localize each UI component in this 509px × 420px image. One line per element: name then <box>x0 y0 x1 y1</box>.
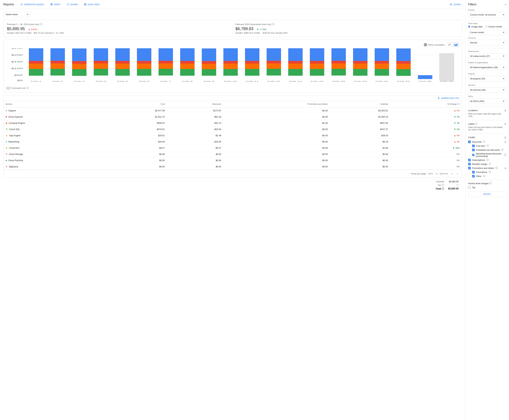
svg-point-5 <box>68 3 69 4</box>
svg-rect-121 <box>438 99 440 99</box>
promotions-others-collapse-icon[interactable]: ∧ <box>505 167 506 169</box>
credits-chevron-icon: ∧ <box>504 136 506 139</box>
reset-button[interactable]: RESET <box>468 191 506 197</box>
actual-cost-info-icon[interactable]: ⓘ <box>40 23 43 26</box>
page-title: Reports <box>3 3 14 6</box>
forecasted-cost-info-icon[interactable]: ⓘ <box>27 87 29 90</box>
credits-header[interactable]: Credits ∧ <box>468 136 506 139</box>
discounts-collapse-icon[interactable]: ∧ <box>505 141 506 143</box>
subtotal-cell: $28.03 <box>330 132 390 139</box>
promotions-info-icon[interactable]: ⓘ <box>488 171 491 173</box>
discounts-cell: $0.00 <box>167 151 223 157</box>
up-arrow-icon: ▲ <box>28 28 30 31</box>
saved-views-select[interactable]: Saved views <box>3 12 30 17</box>
labels-info-icon[interactable]: ⓘ <box>475 122 478 126</box>
print-button[interactable]: PRINT <box>49 2 62 7</box>
svg-rect-54 <box>137 61 151 64</box>
learn-button[interactable]: LEARN <box>448 2 462 7</box>
cost-cell: $29.51 <box>107 132 167 139</box>
table-row: ✕ Cloud Storage $0.06 $0.00 $0.00 $0.06 … <box>4 151 462 157</box>
promotions-cell: $0.00 <box>223 114 330 120</box>
locations-description: Filter by location data like region and … <box>468 113 506 117</box>
actual-cost-sub: includes -$337.45 in credits $35.73 over… <box>7 32 230 34</box>
prev-page-button[interactable]: ‹ <box>450 172 453 176</box>
download-csv-button[interactable]: DOWNLOAD CSV <box>437 97 459 99</box>
services-select[interactable]: All services (45) <box>468 87 506 93</box>
svg-text:Feb 20: Feb 20 <box>354 81 367 82</box>
tax-info-icon[interactable]: ⓘ <box>442 184 444 187</box>
forecast-cost-info-icon[interactable]: ⓘ <box>272 23 275 26</box>
svg-point-7 <box>68 5 69 6</box>
share-button[interactable]: SHARE <box>65 2 79 7</box>
promotions-others-info-icon[interactable]: ⓘ <box>495 166 498 170</box>
free-tiers-info-icon[interactable]: ⓘ <box>487 144 489 147</box>
svg-rect-43 <box>94 63 108 69</box>
share-icon <box>66 3 69 6</box>
total-info-icon[interactable]: ⓘ <box>442 187 444 190</box>
svg-rect-117 <box>418 75 432 79</box>
svg-text:Feb 14: Feb 14 <box>289 81 302 82</box>
other-info-icon[interactable]: ⓘ <box>483 175 485 178</box>
spending-based-info-icon[interactable]: ⓘ <box>504 153 506 157</box>
current-month-select[interactable]: Current month <box>468 30 506 35</box>
service-name: ✕ Cloud Storage <box>6 153 104 155</box>
promotions-cell: -$1.00 <box>223 120 330 126</box>
free-tiers-checkbox[interactable] <box>472 145 475 147</box>
free-tiers-checkbox-item: Free tiers ⓘ <box>472 144 506 147</box>
show-cumulative-toggle[interactable]: Show cumulative <box>424 43 445 46</box>
col-subtotal: ↓ Subtotal <box>330 101 390 107</box>
usage-date-radio[interactable]: Usage date <box>468 25 483 28</box>
subtotal-cell: $6.18 <box>330 139 390 145</box>
promotions-cell: $0.00 <box>223 139 330 145</box>
change-col-info-icon[interactable]: ⓘ <box>457 103 460 105</box>
line-chart-button[interactable] <box>447 43 453 47</box>
folders-select[interactable]: All folders/organizations (28) <box>468 65 506 70</box>
promotions-checkbox[interactable] <box>472 171 475 173</box>
table-row: ● Support $3,477.39 -$173.87 $0.00 $3,30… <box>4 107 462 114</box>
subscriptions-checkbox[interactable] <box>468 159 471 161</box>
actual-cost-label: February 1 – 26, 2024 (total cost) <box>7 23 39 26</box>
table-row: ★ BigQuery $0.00 $0.00 $0.00 $0.00 0% <box>4 164 462 170</box>
promotions-cell: $0.00 <box>223 107 330 114</box>
bar-chart-button[interactable] <box>453 43 459 47</box>
sustained-use-checkbox[interactable] <box>472 149 475 151</box>
group-by-select[interactable]: Service <box>468 40 506 45</box>
subtotal-value: $5,895.95 <box>448 180 458 183</box>
sustained-use-info-icon[interactable]: ⓘ <box>501 148 503 151</box>
reseller-margin-info-icon[interactable]: ⓘ <box>489 163 491 165</box>
svg-text:Feb 4: Feb 4 <box>96 81 106 82</box>
rows-per-page-select[interactable]: 10 25 50 <box>428 172 433 175</box>
skus-select[interactable]: All SKUs (402) <box>468 98 506 104</box>
tax-checkbox[interactable] <box>468 186 471 189</box>
reseller-margin-checkbox[interactable] <box>468 163 471 165</box>
spending-based-checkbox[interactable] <box>472 154 474 156</box>
folders-label: Folders & Organizations <box>468 61 506 64</box>
discounts-info-icon[interactable]: ⓘ <box>483 140 485 143</box>
promotions-checkbox-item: Promotions ⓘ <box>472 171 506 173</box>
subaccounts-select[interactable]: All subaccounts (27) <box>468 53 506 59</box>
actual-cost-change: ▲ 0.61% <box>28 28 37 31</box>
next-page-button[interactable]: › <box>456 172 459 176</box>
svg-rect-84 <box>267 61 281 63</box>
presets-select[interactable]: Current month, all services <box>468 12 506 17</box>
svg-rect-33 <box>51 63 65 69</box>
locations-header[interactable]: Locations ∨ <box>468 109 506 112</box>
expand-filters-icon[interactable]: » <box>505 3 506 6</box>
projects-select[interactable]: All projects (53) <box>468 76 506 81</box>
invoice-month-radio[interactable]: Invoice month <box>485 25 502 28</box>
other-checkbox[interactable] <box>472 175 475 177</box>
cost-table: Service Cost Discounts Promotions and ot… <box>4 101 462 170</box>
discounts-checkbox[interactable] <box>468 141 471 143</box>
save-view-button[interactable]: SAVE VIEW <box>82 2 101 7</box>
svg-rect-114 <box>396 61 411 64</box>
promotions-others-checkbox[interactable] <box>468 167 471 169</box>
svg-rect-65 <box>180 48 195 61</box>
subscriptions-info-icon[interactable]: ⓘ <box>487 158 489 161</box>
generate-query-button[interactable]: GENERATE QUERY <box>19 2 45 7</box>
svg-text:Feb 28: Feb 28 <box>440 81 453 82</box>
change-cell: ▼ 3% <box>390 126 462 132</box>
invoice-charges-info-icon[interactable]: ⓘ <box>489 182 492 185</box>
svg-line-9 <box>67 4 68 4</box>
labels-header[interactable]: Labels ⓘ ∨ <box>468 122 506 126</box>
discounts-cell: -$32.13 <box>167 120 223 126</box>
